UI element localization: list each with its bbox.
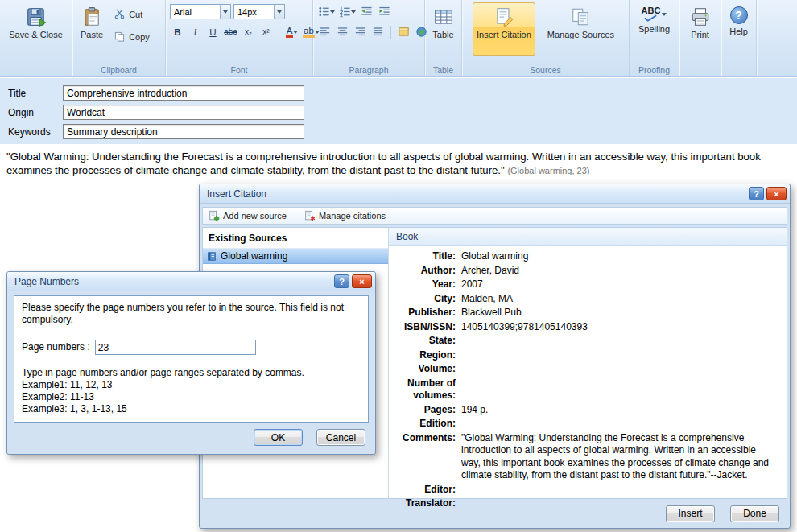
page-numbers-titlebar[interactable]: Page Numbers ? × (7, 272, 375, 291)
dialog-close-button[interactable]: × (352, 274, 372, 288)
ribbon-group-clipboard: Paste Cut Copy (72, 0, 166, 76)
ribbon-group-proofing: ABC Spelling Proofing (630, 0, 679, 76)
justify-icon (372, 26, 384, 38)
book-field-label: Volume: (389, 362, 460, 377)
check-icon (643, 14, 658, 22)
book-field-label: Editor: (389, 483, 460, 497)
font-color-icon: A (286, 27, 294, 38)
book-icon (207, 251, 217, 262)
table-button-label: Table (432, 30, 453, 39)
add-source-icon (209, 210, 220, 221)
book-field-value: 194 p. (460, 403, 787, 418)
insert-citation-titlebar[interactable]: Insert Citation ? × (200, 184, 790, 204)
justify-button[interactable] (370, 24, 386, 39)
book-field-label: Region: (389, 348, 460, 363)
book-field-value (460, 348, 787, 363)
origin-input[interactable] (63, 105, 304, 120)
book-field-row: Title:Global warming (389, 250, 787, 264)
help-button[interactable]: ? Help (725, 2, 752, 56)
dialog-close-button[interactable]: × (766, 187, 787, 200)
spelling-button[interactable]: ABC Spelling (634, 2, 674, 56)
add-new-source-label: Add new source (223, 211, 287, 221)
align-center-icon (337, 26, 349, 38)
paste-button[interactable]: Paste (76, 2, 107, 56)
insert-button[interactable]: Insert (666, 505, 715, 522)
shading-button[interactable] (396, 24, 411, 39)
book-field-row: Editor: (389, 483, 787, 497)
book-field-label: Comments: (389, 431, 460, 483)
page-numbers-hint: Type in page numbers and/or page ranges … (22, 367, 361, 379)
book-field-label: Publisher: (389, 306, 460, 320)
manage-citations-label: Manage citations (319, 211, 386, 221)
help-label: Help (729, 27, 748, 36)
insert-citation-toolbar: Add new source Manage citations (202, 207, 787, 225)
ok-button[interactable]: OK (254, 429, 303, 446)
bold-button[interactable]: B (170, 24, 185, 39)
book-field-label: Pages: (389, 403, 460, 418)
align-right-button[interactable] (353, 24, 368, 39)
cut-button[interactable]: Cut (109, 6, 155, 23)
cancel-button[interactable]: Cancel (316, 429, 365, 446)
title-input[interactable] (63, 85, 304, 101)
table-button[interactable]: Table (428, 2, 457, 56)
copy-button[interactable]: Copy (109, 28, 155, 45)
page-numbers-example-3: Example3: 1, 3, 1-13, 15 (22, 403, 361, 415)
source-item-label: Global warming (221, 250, 287, 262)
numbered-list-button[interactable] (338, 4, 357, 19)
help-icon: ? (730, 6, 748, 24)
dialog-help-button[interactable]: ? (334, 274, 349, 288)
dialog-help-button[interactable]: ? (749, 187, 764, 200)
book-field-row: Region: (389, 348, 787, 363)
ribbon-group-save-close: Save & Close (0, 0, 72, 76)
dropdown-arrow-icon (662, 13, 667, 19)
application-window: Save & Close Paste (0, 0, 797, 532)
source-list-item-selected[interactable]: Global warming (203, 249, 388, 264)
ribbon-group-paragraph: Paragraph (313, 0, 425, 76)
manage-citations-button[interactable]: Manage citations (304, 210, 386, 221)
insert-citation-button[interactable]: Insert Citation (473, 2, 535, 56)
spelling-label: Spelling (638, 24, 670, 34)
page-numbers-input[interactable] (95, 340, 256, 355)
insert-citation-label: Insert Citation (477, 30, 531, 39)
font-color-button[interactable]: A (284, 24, 299, 39)
align-left-icon (319, 26, 331, 38)
book-field-row: Pages:194 p. (389, 403, 787, 418)
align-left-button[interactable] (317, 24, 332, 39)
printer-icon (690, 6, 711, 27)
font-family-select[interactable]: Arial (170, 4, 231, 19)
numbered-list-icon (339, 6, 351, 18)
align-right-icon (354, 26, 366, 38)
sources-group-label: Sources (462, 65, 629, 75)
page-numbers-example-2: Example2: 11-13 (22, 391, 361, 403)
decrease-indent-button[interactable] (359, 4, 374, 19)
strikethrough-button[interactable]: abe (223, 24, 238, 39)
font-size-select[interactable]: 14px (233, 4, 285, 19)
subscript-button[interactable]: x₂ (241, 24, 256, 39)
save-close-button[interactable]: Save & Close (5, 2, 67, 56)
font-family-value: Arial (174, 7, 217, 17)
print-button[interactable]: Print (686, 2, 715, 56)
manage-sources-icon (570, 6, 591, 27)
book-field-label: Title: (389, 250, 460, 264)
book-field-label: State: (389, 334, 460, 348)
decrease-indent-icon (361, 6, 373, 18)
superscript-button[interactable]: x² (258, 24, 274, 39)
document-text: "Global Warming: Understanding the Forec… (6, 150, 792, 178)
book-detail-panel: Book Title:Global warming Author:Archer,… (389, 228, 787, 498)
bullet-list-button[interactable] (317, 4, 336, 19)
book-field-value (460, 334, 787, 348)
page-numbers-instruction: Please specify the page numbers you refe… (22, 302, 368, 326)
italic-button[interactable]: I (188, 24, 203, 39)
keywords-input[interactable] (63, 124, 304, 139)
copy-icon (114, 31, 125, 42)
book-field-row: Publisher:Blackwell Pub (389, 306, 787, 320)
manage-sources-button[interactable]: Manage Sources (543, 2, 618, 56)
bullet-list-icon (318, 6, 330, 18)
increase-indent-button[interactable] (377, 4, 392, 19)
book-field-value: 1405140399;9781405140393 (460, 320, 787, 335)
underline-button[interactable]: U (205, 24, 221, 39)
add-new-source-button[interactable]: Add new source (209, 210, 287, 221)
align-center-button[interactable] (335, 24, 350, 39)
font-size-value: 14px (237, 7, 271, 17)
done-button[interactable]: Done (730, 505, 779, 522)
